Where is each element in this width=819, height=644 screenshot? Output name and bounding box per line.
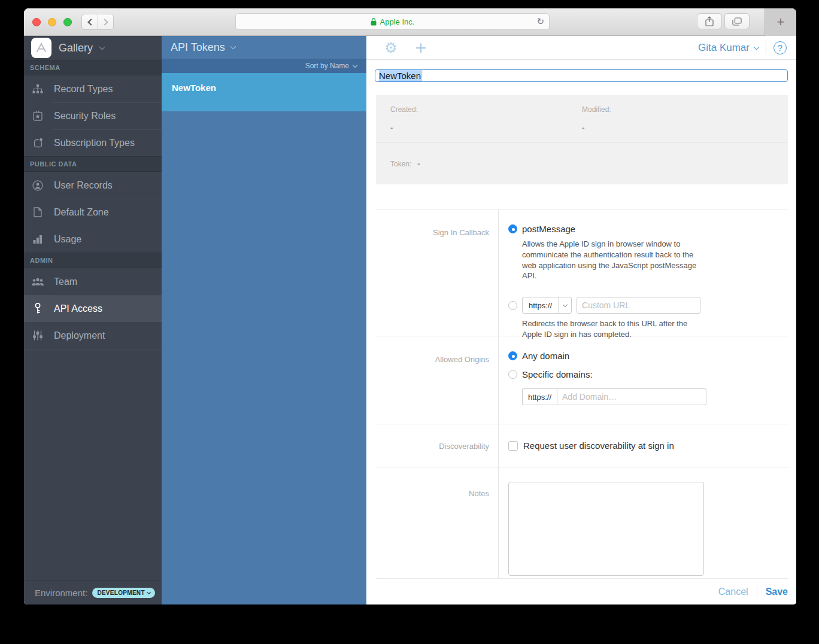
detail-toolbar: ⚙ + Gita Kumar ?	[366, 36, 796, 60]
usage-icon	[31, 235, 44, 244]
custom-url-input[interactable]	[577, 297, 700, 314]
gear-icon[interactable]: ⚙	[384, 40, 398, 56]
address-bar[interactable]: Apple Inc. ↻	[235, 13, 550, 30]
token-meta-box: Created: - Modified: - Token: -	[376, 95, 788, 184]
chevron-down-icon	[754, 44, 760, 50]
sidebar-item-record-types[interactable]: Record Types	[24, 75, 162, 102]
address-bar-url: Apple Inc.	[380, 17, 415, 26]
any-domain-radio[interactable]	[508, 351, 517, 360]
token-name: NewToken	[172, 83, 216, 93]
tab-overview-icon	[732, 17, 742, 26]
section-label: PUBLIC DATA	[30, 160, 77, 168]
user-name: Gita Kumar	[698, 42, 750, 54]
token-name-input[interactable]: NewToken	[375, 69, 788, 82]
minimize-window-button[interactable]	[48, 18, 56, 26]
post-message-label: postMessage	[522, 224, 575, 234]
back-icon	[87, 19, 94, 25]
specific-domains-label: Specific domains:	[522, 369, 593, 379]
close-window-button[interactable]	[32, 18, 41, 26]
desktop-background: Apple Inc. ↻ +	[0, 0, 819, 644]
sign-in-callback-section: Sign In Callback postMessage Allows the …	[376, 209, 788, 336]
token-value: -	[417, 159, 420, 168]
sidebar-item-deployment[interactable]: Deployment	[24, 322, 162, 349]
notes-label: Notes	[376, 467, 499, 578]
token-name-selected-text: NewToken	[379, 70, 422, 81]
toolbar-right: Gita Kumar ?	[698, 41, 787, 54]
cancel-button[interactable]: Cancel	[718, 587, 748, 597]
sidebar-item-default-zone[interactable]: Default Zone	[24, 199, 162, 226]
user-menu[interactable]: Gita Kumar	[698, 42, 759, 54]
sidebar-item-subscription-types[interactable]: Subscription Types	[24, 129, 162, 156]
security-roles-icon	[31, 111, 44, 121]
discoverability-checkbox[interactable]	[508, 441, 518, 451]
environment-label: Environment:	[35, 588, 87, 598]
discoverability-section: Discoverability Request user discoverabi…	[376, 424, 788, 467]
sort-bar[interactable]: Sort by Name	[162, 59, 366, 73]
token-detail-panel: ⚙ + Gita Kumar ?	[366, 36, 796, 604]
footer-divider	[757, 586, 757, 598]
share-icon	[705, 16, 714, 26]
sidebar-item-team[interactable]: Team	[24, 268, 162, 295]
reload-icon[interactable]: ↻	[536, 16, 544, 27]
token-settings-form: Sign In Callback postMessage Allows the …	[376, 209, 788, 578]
token-list-header[interactable]: API Tokens	[162, 36, 366, 59]
save-button[interactable]: Save	[766, 587, 788, 597]
token-list-column: API Tokens Sort by Name NewToken	[162, 36, 366, 604]
tab-overview-button[interactable]	[724, 13, 750, 29]
scheme-value: https://	[523, 301, 558, 310]
share-button[interactable]	[697, 13, 722, 29]
zoom-window-button[interactable]	[63, 18, 72, 26]
detail-footer: Cancel Save	[376, 578, 788, 604]
environment-bar: Environment: DEVELOPMENT	[24, 581, 162, 604]
help-button[interactable]: ?	[774, 41, 787, 54]
meta-row-token: Token: -	[376, 142, 788, 184]
subscription-types-icon	[31, 138, 44, 148]
new-tab-button[interactable]: +	[765, 8, 796, 36]
post-message-description: Allows the Apple ID sign in browser wind…	[522, 239, 709, 281]
sidebar-item-user-records[interactable]: User Records	[24, 172, 162, 199]
modified-value: -	[582, 123, 774, 132]
section-label: ADMIN	[30, 257, 53, 264]
sidebar-item-api-access[interactable]: API Access	[24, 295, 162, 322]
record-types-icon	[31, 84, 44, 94]
meta-row-dates: Created: - Modified: -	[376, 95, 788, 142]
custom-url-radio[interactable]	[508, 301, 517, 310]
token-label: Token:	[390, 160, 411, 168]
environment-selector[interactable]: DEVELOPMENT	[92, 588, 154, 598]
chevron-down-icon	[99, 44, 105, 50]
meta-modified: Modified: -	[582, 105, 774, 132]
address-bar-content: Apple Inc.	[371, 17, 415, 26]
token-list-item-selected[interactable]: NewToken	[162, 73, 366, 111]
sidebar-item-label: Usage	[54, 234, 81, 245]
chevron-down-icon	[562, 302, 567, 306]
sidebar-item-label: Subscription Types	[54, 138, 135, 148]
discoverability-checkbox-label: Request user discoverability at sign in	[523, 441, 674, 451]
scheme-select[interactable]: https://	[522, 297, 572, 314]
question-mark-icon: ?	[778, 43, 782, 53]
default-zone-icon	[31, 207, 44, 217]
team-icon	[31, 278, 44, 286]
sidebar-item-label: Record Types	[54, 84, 113, 95]
sign-in-callback-label: Sign In Callback	[376, 209, 499, 336]
notes-textarea[interactable]	[508, 482, 704, 576]
toolbar-buttons	[697, 13, 750, 29]
notes-section: Notes	[376, 467, 788, 578]
app-switcher[interactable]: Gallery	[24, 36, 162, 60]
any-domain-label: Any domain	[522, 351, 569, 361]
chevron-down-icon	[230, 44, 236, 50]
sidebar: Gallery SCHEMA Record Types Securi	[24, 36, 162, 604]
specific-domains-radio[interactable]	[508, 370, 517, 379]
sidebar-item-label: Deployment	[54, 330, 105, 341]
sidebar-item-label: Default Zone	[54, 207, 109, 218]
token-list-title: API Tokens	[171, 41, 225, 54]
deployment-icon	[31, 330, 44, 341]
add-domain-input[interactable]	[557, 388, 706, 405]
post-message-radio[interactable]	[508, 224, 517, 233]
modified-label: Modified:	[582, 105, 774, 114]
sidebar-item-security-roles[interactable]: Security Roles	[24, 102, 162, 129]
sidebar-item-label: Team	[54, 277, 77, 287]
sidebar-item-usage[interactable]: Usage	[24, 226, 162, 253]
traffic-lights	[32, 18, 72, 26]
back-button[interactable]	[82, 14, 98, 29]
forward-button[interactable]	[98, 14, 113, 29]
